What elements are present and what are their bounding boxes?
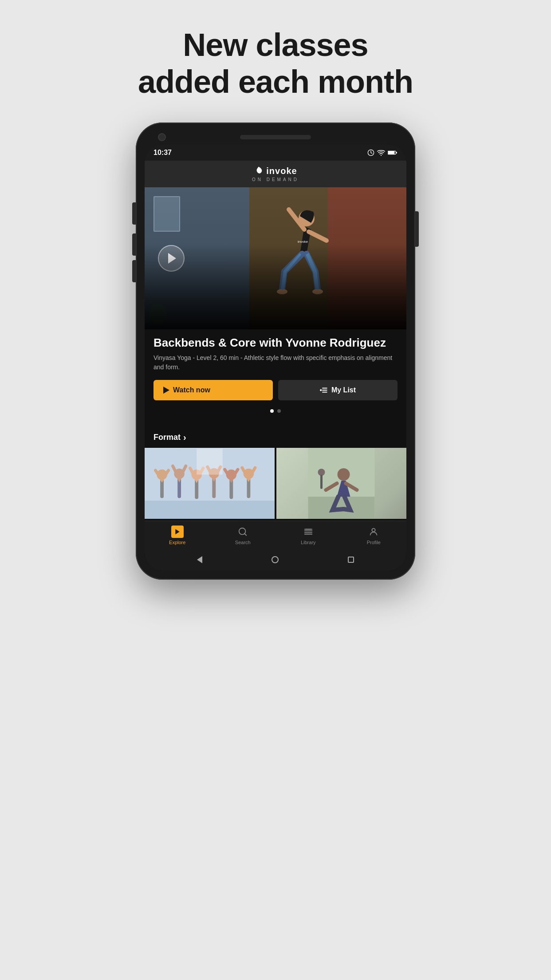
format-section-header[interactable]: Format ›	[145, 425, 406, 448]
nav-library[interactable]: Library	[276, 526, 341, 545]
svg-line-30	[245, 533, 247, 535]
format-card-individual[interactable]	[276, 448, 406, 519]
hero-image: invoke	[145, 187, 406, 329]
status-bar: 10:37	[145, 145, 406, 161]
battery-icon	[388, 150, 398, 155]
play-icon	[163, 387, 169, 394]
hero-buttons: Watch now My List	[153, 380, 398, 400]
hero-gradient-overlay	[145, 187, 406, 329]
library-nav-label: Library	[301, 540, 316, 545]
group-class-illustration	[145, 448, 275, 519]
nav-search[interactable]: Search	[210, 526, 276, 545]
my-list-button[interactable]: My List	[278, 380, 398, 400]
svg-marker-28	[175, 529, 179, 534]
logo-leaf-icon	[254, 166, 264, 176]
search-nav-icon	[236, 526, 249, 538]
hero-content: Backbends & Core with Yvonne Rodriguez V…	[145, 329, 406, 425]
bottom-nav: Explore Search	[145, 521, 406, 549]
format-card-group[interactable]	[145, 448, 275, 519]
phone-device: 10:37	[136, 122, 415, 580]
nav-profile[interactable]: Profile	[341, 526, 407, 545]
phone-screen: 10:37	[145, 145, 406, 571]
front-camera	[158, 133, 166, 141]
android-recent-button[interactable]	[348, 557, 354, 563]
svg-rect-23	[197, 449, 223, 475]
profile-nav-icon	[367, 526, 380, 538]
explore-nav-label: Explore	[169, 540, 185, 545]
headline-line2: added each month	[138, 64, 413, 99]
headline-line1: New classes	[183, 27, 368, 63]
svg-rect-16	[145, 501, 275, 518]
wifi-icon	[377, 150, 385, 156]
svg-point-26	[338, 468, 350, 481]
carousel-dots	[153, 407, 398, 416]
nav-explore[interactable]: Explore	[145, 526, 210, 545]
explore-nav-icon	[171, 526, 184, 538]
android-nav-bar	[145, 549, 406, 571]
profile-nav-label: Profile	[367, 540, 381, 545]
search-nav-label: Search	[235, 540, 251, 545]
app-header: invoke ON DEMAND	[145, 161, 406, 187]
android-home-button[interactable]	[272, 556, 279, 563]
svg-point-36	[372, 528, 375, 531]
play-nav-icon	[174, 528, 181, 535]
watch-now-button[interactable]: Watch now	[153, 380, 273, 400]
svg-rect-4	[396, 152, 397, 154]
hero-title: Backbends & Core with Yvonne Rodriguez	[153, 329, 398, 353]
format-section-title: Format	[153, 433, 181, 442]
phone-top-bar	[145, 131, 406, 145]
earpiece-speaker	[240, 135, 311, 139]
individual-class-illustration	[276, 448, 406, 519]
app-logo-sub: ON DEMAND	[145, 177, 406, 182]
svg-point-1	[381, 154, 382, 155]
screen-time-icon	[367, 149, 374, 156]
add-to-list-icon	[320, 386, 328, 394]
format-grid	[145, 448, 406, 521]
my-list-label: My List	[331, 386, 356, 394]
status-icons	[367, 149, 398, 156]
status-time: 10:37	[153, 149, 172, 157]
format-chevron-icon: ›	[183, 432, 186, 443]
hero-subtitle: Vinyasa Yoga - Level 2, 60 min - Athleti…	[153, 353, 398, 372]
dot-1	[270, 409, 274, 413]
library-nav-icon	[302, 526, 315, 538]
watch-now-label: Watch now	[173, 386, 210, 394]
headline: New classes added each month	[138, 27, 413, 100]
svg-rect-3	[388, 151, 395, 154]
app-logo-text: invoke	[266, 166, 297, 176]
dot-2	[277, 409, 281, 413]
android-back-button[interactable]	[197, 556, 202, 563]
